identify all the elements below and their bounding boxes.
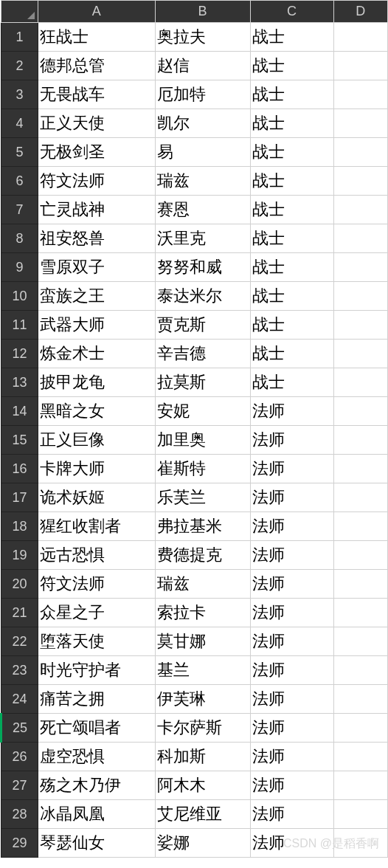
row-header[interactable]: 3 (1, 80, 38, 109)
row-header[interactable]: 12 (1, 340, 38, 368)
row-header[interactable]: 29 (1, 829, 38, 858)
cell[interactable]: 瑞兹 (155, 167, 250, 196)
cell[interactable]: 索拉卡 (155, 599, 250, 627)
row-header[interactable]: 9 (1, 253, 38, 282)
cell[interactable]: 贾克斯 (155, 311, 250, 340)
row-header[interactable]: 4 (1, 109, 38, 138)
cell[interactable]: 战士 (250, 167, 333, 196)
cell[interactable]: 艾尼维亚 (155, 800, 250, 829)
row-header[interactable]: 20 (1, 570, 38, 599)
cell[interactable]: 琴瑟仙女 (38, 829, 156, 858)
cell[interactable] (333, 253, 387, 282)
row-header[interactable]: 6 (1, 167, 38, 196)
cell[interactable] (333, 52, 387, 80)
cell[interactable]: 拉莫斯 (155, 368, 250, 397)
cell[interactable]: 殇之木乃伊 (38, 771, 156, 800)
cell[interactable]: 祖安怒兽 (38, 224, 156, 253)
cell[interactable] (333, 599, 387, 627)
cell[interactable]: 法师 (250, 685, 333, 714)
row-header[interactable]: 28 (1, 800, 38, 829)
cell[interactable]: 奥拉夫 (155, 23, 250, 52)
cell[interactable]: 蛮族之王 (38, 282, 156, 311)
row-header[interactable]: 13 (1, 368, 38, 397)
cell[interactable]: 辛吉德 (155, 340, 250, 368)
cell[interactable]: 费德提克 (155, 541, 250, 570)
cell[interactable]: 瑞兹 (155, 570, 250, 599)
cell[interactable] (333, 829, 387, 858)
cell[interactable]: 战士 (250, 138, 333, 167)
cell[interactable]: 战士 (250, 23, 333, 52)
row-header[interactable]: 18 (1, 512, 38, 541)
cell[interactable]: 法师 (250, 455, 333, 483)
cell[interactable]: 崔斯特 (155, 455, 250, 483)
cell[interactable]: 法师 (250, 829, 333, 858)
cell[interactable]: 痛苦之拥 (38, 685, 156, 714)
cell[interactable]: 诡术妖姬 (38, 483, 156, 512)
cell[interactable]: 众星之子 (38, 599, 156, 627)
cell[interactable]: 无畏战车 (38, 80, 156, 109)
cell[interactable] (333, 340, 387, 368)
cell[interactable]: 时光守护者 (38, 656, 156, 685)
cell[interactable] (333, 714, 387, 743)
cell[interactable]: 法师 (250, 800, 333, 829)
cell[interactable]: 武器大师 (38, 311, 156, 340)
cell[interactable] (333, 138, 387, 167)
cell[interactable]: 战士 (250, 311, 333, 340)
cell[interactable] (333, 627, 387, 656)
cell[interactable]: 安妮 (155, 397, 250, 426)
cell[interactable]: 沃里克 (155, 224, 250, 253)
row-header[interactable]: 21 (1, 599, 38, 627)
cell[interactable]: 泰达米尔 (155, 282, 250, 311)
cell[interactable]: 远古恐惧 (38, 541, 156, 570)
cell[interactable] (333, 196, 387, 224)
cell[interactable]: 法师 (250, 512, 333, 541)
row-header[interactable]: 10 (1, 282, 38, 311)
cell[interactable]: 战士 (250, 196, 333, 224)
cell[interactable] (333, 656, 387, 685)
cell[interactable] (333, 426, 387, 455)
cell[interactable]: 法师 (250, 541, 333, 570)
cell[interactable]: 战士 (250, 253, 333, 282)
cell[interactable]: 法师 (250, 397, 333, 426)
cell[interactable]: 无极剑圣 (38, 138, 156, 167)
cell[interactable]: 死亡颂唱者 (38, 714, 156, 743)
row-header[interactable]: 26 (1, 743, 38, 771)
cell[interactable]: 法师 (250, 627, 333, 656)
cell[interactable]: 战士 (250, 52, 333, 80)
cell[interactable]: 战士 (250, 80, 333, 109)
cell[interactable] (333, 743, 387, 771)
row-header[interactable]: 15 (1, 426, 38, 455)
cell[interactable]: 赵信 (155, 52, 250, 80)
cell[interactable] (333, 397, 387, 426)
cell[interactable]: 娑娜 (155, 829, 250, 858)
cell[interactable]: 战士 (250, 109, 333, 138)
cell[interactable]: 努努和威 (155, 253, 250, 282)
cell[interactable]: 法师 (250, 599, 333, 627)
cell[interactable]: 基兰 (155, 656, 250, 685)
cell[interactable]: 符文法师 (38, 167, 156, 196)
cell[interactable] (333, 224, 387, 253)
cell[interactable]: 阿木木 (155, 771, 250, 800)
row-header[interactable]: 23 (1, 656, 38, 685)
row-header[interactable]: 11 (1, 311, 38, 340)
cell[interactable]: 法师 (250, 771, 333, 800)
cell[interactable]: 正义天使 (38, 109, 156, 138)
cell[interactable]: 法师 (250, 426, 333, 455)
cell[interactable]: 虚空恐惧 (38, 743, 156, 771)
row-header[interactable]: 22 (1, 627, 38, 656)
cell[interactable] (333, 80, 387, 109)
cell[interactable] (333, 541, 387, 570)
row-header[interactable]: 8 (1, 224, 38, 253)
row-header[interactable]: 16 (1, 455, 38, 483)
cell[interactable]: 狂战士 (38, 23, 156, 52)
cell[interactable]: 赛恩 (155, 196, 250, 224)
cell[interactable] (333, 483, 387, 512)
cell[interactable]: 冰晶凤凰 (38, 800, 156, 829)
cell[interactable]: 披甲龙龟 (38, 368, 156, 397)
cell[interactable]: 法师 (250, 570, 333, 599)
row-header[interactable]: 2 (1, 52, 38, 80)
row-header[interactable]: 5 (1, 138, 38, 167)
cell[interactable]: 凯尔 (155, 109, 250, 138)
row-header[interactable]: 25 (1, 714, 38, 743)
cell[interactable]: 易 (155, 138, 250, 167)
